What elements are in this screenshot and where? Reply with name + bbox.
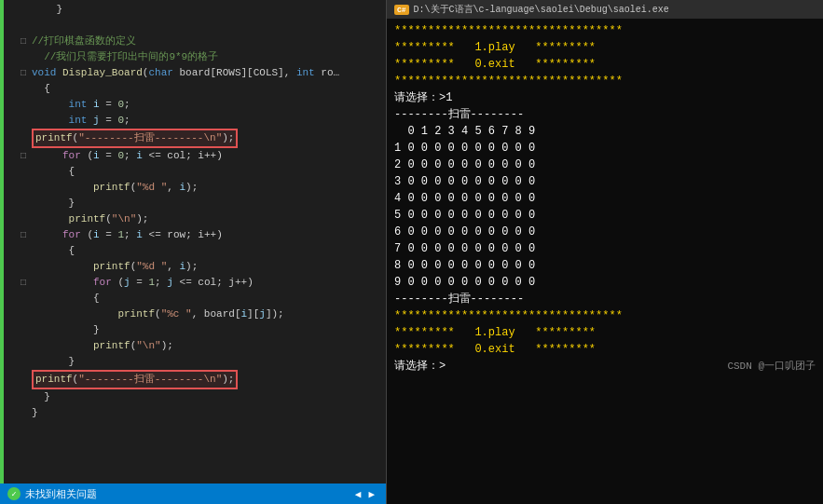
terminal-line: ********************************** bbox=[394, 307, 816, 324]
code-line bbox=[21, 18, 380, 34]
code-line: } bbox=[21, 354, 380, 370]
code-panel: } □ //打印棋盘函数的定义 //我们只需要打印出中间的9*9的格子 □ bbox=[0, 0, 387, 504]
code-line: } bbox=[21, 196, 380, 211]
terminal-line: ********************************** bbox=[394, 73, 816, 89]
terminal-line: 8 0 0 0 0 0 0 0 0 0 0 bbox=[394, 257, 816, 274]
code-area: } □ //打印棋盘函数的定义 //我们只需要打印出中间的9*9的格子 □ bbox=[0, 0, 386, 484]
code-line: } bbox=[21, 405, 380, 421]
terminal-panel: C# D:\关于C语言\c-language\saolei\Debug\saol… bbox=[387, 0, 823, 504]
terminal-content[interactable]: ********************************** *****… bbox=[387, 19, 823, 504]
status-bar: ✓ 未找到相关问题 ◀ ▶ bbox=[0, 484, 386, 504]
terminal-line: 9 0 0 0 0 0 0 0 0 0 0 bbox=[394, 274, 816, 291]
scroll-left-btn[interactable]: ◀ bbox=[351, 488, 365, 500]
terminal-line: ********************************** bbox=[394, 22, 816, 39]
terminal-line: 4 0 0 0 0 0 0 0 0 0 0 bbox=[394, 190, 816, 207]
fold-indicator: □ bbox=[21, 65, 32, 81]
terminal-title: D:\关于C语言\c-language\saolei\Debug\saolei.… bbox=[414, 3, 669, 16]
code-line-highlight-1: printf("--------扫雷--------\n"); bbox=[21, 129, 380, 148]
fold-indicator: □ bbox=[21, 227, 32, 243]
terminal-line: ********* 1.play ********* bbox=[394, 39, 816, 56]
terminal-line: 3 0 0 0 0 0 0 0 0 0 0 bbox=[394, 173, 816, 190]
code-line: □ void Display_Board(char board[ROWS][CO… bbox=[21, 65, 380, 81]
code-line: □ for (i = 1; i <= row; i++) bbox=[21, 227, 380, 243]
terminal-titlebar: C# D:\关于C语言\c-language\saolei\Debug\saol… bbox=[387, 0, 823, 19]
code-line: { bbox=[21, 291, 380, 306]
terminal-line: 请选择：>1 bbox=[394, 89, 816, 106]
code-line: int j = 0; bbox=[21, 113, 380, 129]
terminal-line: --------扫雷-------- bbox=[394, 291, 816, 307]
terminal-line: 6 0 0 0 0 0 0 0 0 0 0 bbox=[394, 224, 816, 240]
code-lines: } □ //打印棋盘函数的定义 //我们只需要打印出中间的9*9的格子 □ bbox=[15, 0, 386, 484]
code-line: //我们只需要打印出中间的9*9的格子 bbox=[21, 49, 380, 65]
code-line: { bbox=[21, 81, 380, 97]
terminal-line: 请选择：> CSDN @一口叽团子 bbox=[394, 358, 816, 375]
cs-icon: C# bbox=[394, 5, 409, 15]
status-icon: ✓ bbox=[7, 487, 21, 500]
code-line-highlight-2: printf("--------扫雷--------\n"); bbox=[21, 370, 380, 389]
terminal-line: 7 0 0 0 0 0 0 0 0 0 0 bbox=[394, 240, 816, 257]
terminal-line: 2 0 0 0 0 0 0 0 0 0 0 bbox=[394, 157, 816, 173]
terminal-line: ********* 0.exit ********* bbox=[394, 56, 816, 73]
main-container: } □ //打印棋盘函数的定义 //我们只需要打印出中间的9*9的格子 □ bbox=[0, 0, 823, 504]
status-message: 未找到相关问题 bbox=[25, 487, 97, 501]
code-line: □ for (j = 1; j <= col; j++) bbox=[21, 275, 380, 291]
code-line: printf("%d ", i); bbox=[21, 180, 380, 196]
terminal-line: 1 0 0 0 0 0 0 0 0 0 0 bbox=[394, 140, 816, 157]
code-line: { bbox=[21, 243, 380, 259]
terminal-line: --------扫雷-------- bbox=[394, 106, 816, 123]
watermark: CSDN @一口叽团子 bbox=[727, 358, 816, 375]
code-line: printf("\n"); bbox=[21, 338, 380, 354]
git-gutter bbox=[0, 0, 4, 484]
code-line: } bbox=[21, 322, 380, 338]
terminal-line: 0 1 2 3 4 5 6 7 8 9 bbox=[394, 123, 816, 140]
code-line: □ //打印棋盘函数的定义 bbox=[21, 34, 380, 49]
code-line: { bbox=[21, 164, 380, 180]
code-line: } bbox=[21, 2, 380, 18]
terminal-line: ********* 0.exit ********* bbox=[394, 341, 816, 358]
code-line: } bbox=[21, 389, 380, 405]
scroll-right-btn[interactable]: ▶ bbox=[364, 488, 378, 500]
fold-indicator: □ bbox=[21, 34, 32, 49]
fold-indicator: □ bbox=[21, 275, 32, 291]
code-line: printf("\n"); bbox=[21, 211, 380, 227]
fold-indicator: □ bbox=[21, 148, 32, 164]
code-line: int i = 0; bbox=[21, 97, 380, 113]
code-line: □ for (i = 0; i <= col; i++) bbox=[21, 148, 380, 164]
code-line: printf("%c ", board[i][j]); bbox=[21, 306, 380, 322]
code-line: printf("%d ", i); bbox=[21, 259, 380, 275]
terminal-line: 5 0 0 0 0 0 0 0 0 0 0 bbox=[394, 207, 816, 224]
terminal-line: ********* 1.play ********* bbox=[394, 324, 816, 341]
